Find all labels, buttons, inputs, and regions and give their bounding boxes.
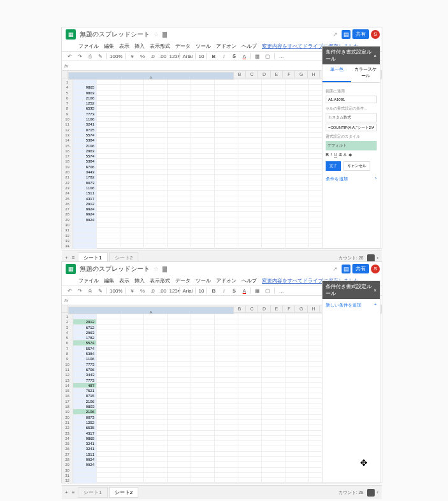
cell[interactable] [285, 330, 309, 335]
cell[interactable] [168, 122, 191, 127]
all-sheets-icon[interactable]: ≡ [70, 254, 77, 261]
cell[interactable] [120, 457, 144, 462]
cell[interactable] [285, 468, 309, 473]
currency-icon[interactable]: ¥ [128, 288, 136, 294]
cell[interactable] [120, 356, 144, 361]
row-header[interactable]: 28 [62, 457, 73, 462]
cell[interactable] [238, 473, 262, 478]
cell[interactable] [238, 201, 262, 207]
cell[interactable] [97, 207, 120, 212]
cell[interactable]: 1106 [73, 356, 97, 361]
comments-icon[interactable]: ▤ [342, 265, 350, 273]
cell[interactable] [97, 335, 120, 340]
cell[interactable]: 1252 [73, 101, 97, 106]
cell[interactable] [144, 191, 168, 196]
cell[interactable]: 5574 [73, 346, 97, 351]
cell[interactable] [215, 117, 238, 122]
cell[interactable] [144, 388, 168, 393]
cell[interactable] [215, 356, 238, 361]
cell[interactable] [97, 446, 120, 451]
row-header[interactable]: 16 [62, 149, 73, 154]
cell[interactable] [285, 462, 309, 467]
cell[interactable] [191, 185, 215, 191]
cell[interactable]: 487 [73, 383, 97, 388]
cell[interactable] [144, 159, 168, 164]
cell[interactable] [97, 117, 120, 122]
menu-insert[interactable]: 挿入 [134, 43, 145, 50]
cell[interactable] [120, 468, 144, 473]
cell[interactable] [120, 170, 144, 175]
cell[interactable] [168, 207, 191, 212]
cell[interactable] [238, 415, 262, 420]
cell[interactable] [168, 367, 191, 372]
cell[interactable] [97, 175, 120, 180]
cell[interactable] [215, 399, 238, 404]
cell[interactable] [191, 228, 215, 233]
cell[interactable]: 0073 [73, 415, 97, 420]
sheets-logo[interactable]: ▦ [66, 264, 76, 274]
cell[interactable] [238, 154, 262, 159]
cell[interactable] [144, 185, 168, 191]
cell[interactable] [285, 399, 309, 404]
cell[interactable] [168, 478, 191, 483]
cell[interactable] [97, 164, 120, 170]
cell[interactable] [191, 164, 215, 170]
cell[interactable] [285, 101, 309, 106]
font-size[interactable]: 10 [198, 54, 204, 59]
cell[interactable] [120, 362, 144, 367]
cell[interactable] [144, 431, 168, 436]
cell[interactable] [191, 112, 215, 117]
cell[interactable] [215, 228, 238, 233]
bold-icon[interactable]: B [210, 288, 217, 294]
print-icon[interactable]: ⎙ [86, 288, 94, 294]
underline-icon[interactable]: U [334, 152, 337, 157]
cell[interactable] [97, 356, 120, 361]
cell[interactable] [285, 340, 309, 345]
cell[interactable] [191, 154, 215, 159]
more-icon[interactable]: … [277, 54, 285, 59]
cell[interactable] [262, 335, 285, 340]
cell[interactable] [191, 330, 215, 335]
cell[interactable] [97, 222, 120, 228]
cell[interactable] [215, 452, 238, 457]
cell[interactable] [191, 431, 215, 436]
row-header[interactable]: 28 [62, 212, 73, 217]
cell[interactable]: 4317 [73, 196, 97, 201]
star-icon[interactable]: ☆ [154, 31, 159, 38]
col-G[interactable]: G [295, 71, 307, 78]
cell[interactable] [97, 346, 120, 351]
menu-addons[interactable]: アドオン [216, 43, 236, 50]
sheets-logo[interactable]: ▦ [66, 29, 76, 40]
cell[interactable] [262, 346, 285, 351]
cell[interactable] [215, 164, 238, 170]
cell[interactable] [215, 409, 238, 414]
cell[interactable] [120, 91, 144, 96]
cell[interactable] [215, 133, 238, 138]
percent-icon[interactable]: % [138, 288, 146, 294]
format-icon[interactable]: 123▾ [169, 54, 177, 59]
menu-edit[interactable]: 編集 [104, 277, 114, 284]
cell[interactable] [215, 325, 238, 330]
cell[interactable] [285, 425, 309, 430]
cell[interactable] [191, 420, 215, 425]
menu-format[interactable]: 表示形式 [150, 43, 170, 50]
cell[interactable] [97, 457, 120, 462]
cell[interactable] [215, 180, 238, 185]
cell[interactable]: 9803 [73, 91, 97, 96]
cell[interactable] [285, 164, 309, 170]
cell[interactable] [238, 335, 262, 340]
cell[interactable] [168, 457, 191, 462]
cell[interactable] [120, 101, 144, 106]
cell[interactable]: 5384 [73, 351, 97, 356]
row-header[interactable]: 25 [62, 196, 73, 201]
cell[interactable] [191, 80, 215, 85]
cell[interactable] [120, 238, 144, 243]
avatar[interactable]: S [371, 30, 380, 39]
cell[interactable] [97, 388, 120, 393]
cell[interactable]: 6712 [73, 325, 97, 330]
cell[interactable] [168, 154, 191, 159]
cell[interactable]: 4317 [73, 431, 97, 436]
cell[interactable] [144, 367, 168, 372]
cell[interactable] [144, 325, 168, 330]
fill-icon[interactable]: ▦ [254, 54, 261, 59]
